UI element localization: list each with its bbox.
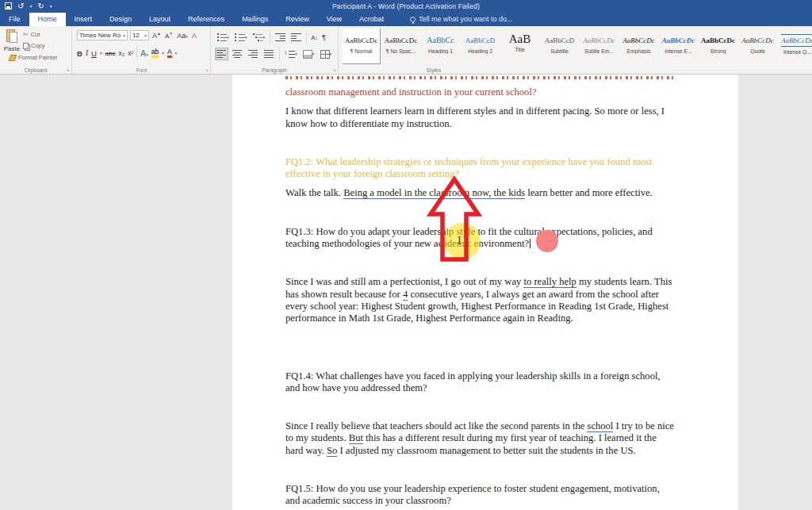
style-intense-e-[interactable]: AaBbCcDcIntense E... (660, 29, 697, 63)
style--normal[interactable]: AaBbCcDc¶ Normal (343, 29, 380, 63)
style-name: Strong (699, 48, 737, 54)
style-heading-1[interactable]: AaBbCcHeading 1 (422, 29, 459, 63)
bullets-button[interactable]: ▾ (216, 32, 230, 43)
style-sample: AaBbCcDc (622, 35, 655, 46)
styles-gallery: AaBbCcDc¶ NormalAaBbCcDc¶ No Spac...AaBb… (343, 29, 812, 64)
document-page[interactable]: classroom management and instruction in … (232, 75, 738, 510)
style-name: Heading 2 (462, 48, 499, 54)
document-text: classroom management and instruction in … (285, 86, 685, 508)
font-dialog-launcher-icon[interactable]: ↘ (205, 67, 209, 72)
multilevel-list-icon (253, 33, 263, 42)
paragraph[interactable]: FQ1.3: How do you adapt your leadership … (285, 226, 685, 251)
text-effects-button[interactable]: A▾ (140, 49, 147, 58)
style-sample: AaBbCcD (465, 35, 496, 46)
italic-button[interactable]: I (86, 49, 88, 57)
numbering-button[interactable]: ▾ (234, 32, 248, 43)
font-color-button[interactable]: A (167, 48, 172, 58)
shading-button[interactable]: ▾ (302, 49, 316, 59)
bold-button[interactable]: B (77, 49, 82, 58)
paragraph[interactable]: FQ1.4: What challenges have you faced in… (285, 370, 685, 395)
style-name: Title (501, 47, 538, 52)
paragraph[interactable]: FQ1.2: What leadership strategies or tec… (285, 156, 685, 181)
strikethrough-button[interactable]: abc (105, 50, 116, 57)
font-name-combobox[interactable]: Times New Ro ▾ (77, 30, 128, 40)
subscript-button[interactable]: x₂ (119, 49, 125, 57)
decrease-indent-button[interactable] (274, 32, 286, 43)
style-quote[interactable]: AaBbCcDcQuote (739, 29, 776, 63)
tab-file[interactable]: File (0, 13, 29, 26)
show-hide-marks-button[interactable]: ¶ (322, 33, 326, 41)
underline-button[interactable]: U (91, 49, 97, 58)
chevron-down-icon: ▾ (144, 33, 147, 38)
paragraph[interactable]: Since I really believe that teachers sho… (285, 420, 685, 457)
clipped-text-line (285, 75, 685, 79)
shrink-font-button[interactable]: A▼ (164, 31, 174, 40)
change-case-button[interactable]: Aa▾ (176, 32, 189, 40)
borders-icon (320, 50, 330, 59)
align-right-icon (248, 49, 259, 59)
increase-indent-button[interactable] (290, 32, 302, 43)
style-sample: AaB (509, 33, 531, 44)
cut-button[interactable]: ✂ Cut (23, 31, 40, 38)
cut-icon: ✂ (23, 31, 29, 38)
style-sample: AaBbCcDc (741, 35, 774, 46)
paragraph-dialog-launcher-icon[interactable]: ↘ (332, 67, 336, 72)
styles-group: AaBbCcDc¶ NormalAaBbCcDc¶ No Spac...AaBb… (339, 26, 812, 74)
paragraph[interactable]: classroom management and instruction in … (285, 86, 685, 98)
multilevel-list-button[interactable]: ▾ (252, 32, 266, 43)
style-strong[interactable]: AaBbCcDcStrong (699, 29, 737, 63)
tab-insert[interactable]: Insert (66, 13, 102, 26)
style-sample: AaBbCcDc (781, 34, 812, 47)
paragraph[interactable]: Since I was and still am a perfectionist… (285, 276, 685, 324)
borders-button[interactable]: ▾ (320, 49, 333, 59)
copy-button[interactable]: Copy (23, 42, 45, 49)
format-painter-button[interactable]: Format Painter (10, 54, 58, 61)
style-heading-2[interactable]: AaBbCcDHeading 2 (462, 29, 499, 63)
tab-design[interactable]: Design (101, 13, 140, 26)
tab-view[interactable]: View (318, 13, 350, 26)
align-left-button[interactable] (216, 48, 228, 59)
style-name: ¶ Normal (343, 48, 380, 54)
paragraph[interactable]: I know that different learners learn in … (285, 105, 685, 130)
underline-dropdown-icon[interactable]: ▾ (100, 51, 102, 56)
increase-indent-icon (291, 33, 301, 42)
style-name: Subtitle (541, 48, 578, 54)
style-subtitle[interactable]: AaBbCcDSubtitle (541, 29, 578, 63)
align-center-button[interactable] (232, 48, 243, 59)
clipboard-dialog-launcher-icon[interactable]: ↘ (66, 67, 70, 72)
justify-icon (264, 49, 274, 59)
tell-me-box[interactable]: Tell me what you want to do... (410, 15, 513, 26)
style--no-spac-[interactable]: AaBbCcDc¶ No Spac... (382, 29, 419, 63)
font-size-combobox[interactable]: 12 ▾ (130, 30, 149, 40)
align-right-button[interactable] (247, 48, 259, 59)
paragraph[interactable]: FQ1.5: How do you use your leadership ex… (285, 483, 685, 508)
paragraph[interactable]: Walk the talk. Being a model in the clas… (285, 187, 685, 199)
lightbulb-icon (410, 17, 416, 22)
tab-home[interactable]: Home (29, 13, 66, 26)
justify-button[interactable] (263, 48, 275, 59)
ribbon: Paste ▾ ✂ Cut Copy Format Painter Clipbo… (0, 26, 812, 75)
tab-mailings[interactable]: Mailings (233, 13, 277, 26)
style-sample: AaBbCcDc (385, 35, 418, 46)
text-cursor (530, 239, 530, 248)
tab-acrobat[interactable]: Acrobat (350, 13, 393, 26)
style-sample: AaBbCcDc (662, 35, 695, 46)
tab-references[interactable]: References (179, 13, 233, 26)
sort-button[interactable]: A↓ (311, 34, 318, 41)
clear-formatting-button[interactable]: A (191, 32, 197, 40)
tab-review[interactable]: Review (277, 13, 318, 26)
style-intense-q-[interactable]: AaBbCcDcIntense Q... (779, 29, 812, 63)
numbered-list-icon (235, 33, 245, 42)
line-spacing-button[interactable]: ▾ (284, 48, 298, 59)
tab-layout[interactable]: Layout (140, 13, 179, 26)
style-emphasis[interactable]: AaBbCcDcEmphasis (620, 29, 657, 63)
grow-font-button[interactable]: A▲ (151, 31, 162, 40)
superscript-button[interactable]: x² (128, 49, 133, 57)
line-spacing-icon (285, 49, 295, 59)
style-subtle-em-[interactable]: AaBbCcDcSubtle Em... (580, 29, 618, 63)
style-title[interactable]: AaBTitle (501, 29, 538, 63)
style-name: Intense E... (660, 48, 697, 54)
window-title: Participant A - Word (Product Activation… (0, 2, 812, 10)
highlight-color-button[interactable]: ab (151, 48, 159, 58)
font-group: Times New Ro ▾ 12 ▾ A▲ A▼ Aa▾ A B I U ▾ … (73, 26, 211, 74)
